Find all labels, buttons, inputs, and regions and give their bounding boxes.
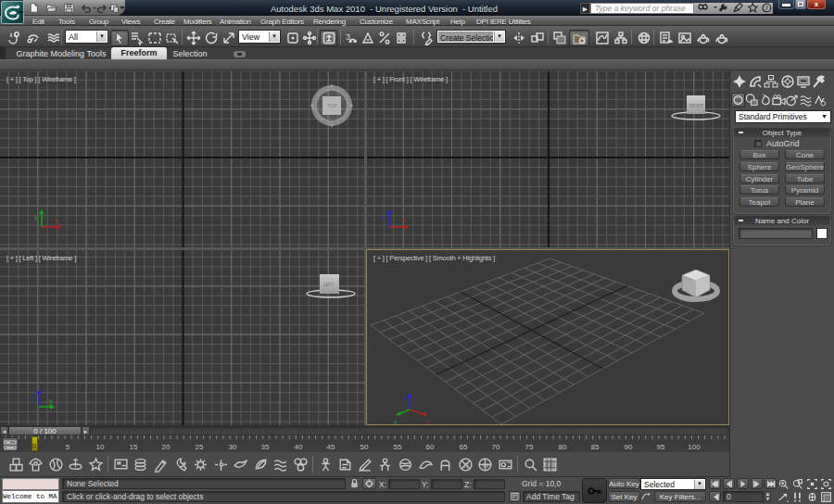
svg-text:x: x: [402, 217, 406, 223]
svg-text:65: 65: [460, 443, 468, 451]
svg-text:M: M: [483, 460, 488, 469]
svg-text:95: 95: [657, 443, 665, 451]
svg-text:55: 55: [394, 443, 402, 451]
svg-text:10: 10: [96, 443, 105, 451]
svg-text:?: ?: [764, 5, 768, 11]
svg-text:40: 40: [295, 443, 303, 451]
svg-text:50: 50: [360, 443, 369, 451]
svg-text:FRONT: FRONT: [689, 104, 704, 108]
svg-text:45: 45: [327, 443, 335, 451]
svg-text:90: 90: [625, 443, 633, 451]
svg-text:15: 15: [130, 443, 138, 451]
svg-text:x: x: [425, 419, 429, 424]
svg-text:70: 70: [492, 443, 500, 451]
svg-text:100: 100: [688, 443, 701, 451]
svg-text:5: 5: [66, 443, 70, 451]
svg-text:80: 80: [559, 443, 567, 451]
svg-text:35: 35: [261, 443, 270, 451]
svg-text:20: 20: [162, 443, 171, 451]
svg-text:85: 85: [591, 443, 600, 451]
svg-text:x: x: [55, 217, 58, 223]
svg-text:y: y: [34, 214, 38, 221]
svg-text:30: 30: [229, 443, 237, 451]
svg-text:z: z: [32, 394, 35, 400]
svg-text:LEFT: LEFT: [323, 283, 334, 287]
svg-text:y: y: [394, 419, 398, 424]
svg-text:25: 25: [196, 443, 204, 451]
svg-text:y: y: [49, 397, 53, 405]
svg-text:TOP: TOP: [328, 103, 338, 108]
svg-text:N: N: [463, 460, 468, 469]
svg-text:z: z: [382, 214, 385, 220]
svg-text:75: 75: [525, 443, 534, 451]
svg-text:60: 60: [426, 443, 435, 451]
svg-text:z: z: [404, 395, 408, 401]
